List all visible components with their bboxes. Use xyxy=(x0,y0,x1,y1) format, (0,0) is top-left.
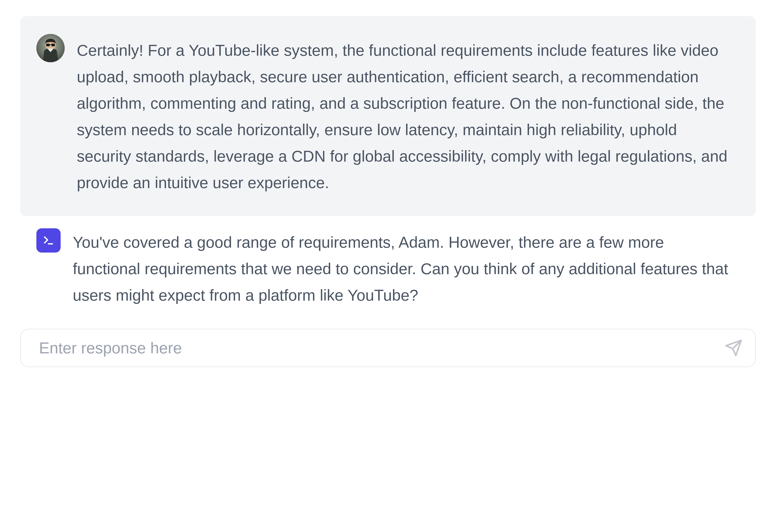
input-area xyxy=(20,329,756,367)
user-message: Certainly! For a YouTube-like system, th… xyxy=(20,16,756,216)
send-button[interactable] xyxy=(724,338,744,358)
send-icon xyxy=(725,339,743,357)
user-message-text: Certainly! For a YouTube-like system, th… xyxy=(77,36,736,196)
chat-container: Certainly! For a YouTube-like system, th… xyxy=(20,16,756,308)
bot-message-text: You've covered a good range of requireme… xyxy=(73,228,736,308)
response-input[interactable] xyxy=(20,329,756,367)
svg-rect-3 xyxy=(51,44,55,46)
svg-rect-2 xyxy=(46,44,50,46)
bot-avatar xyxy=(36,228,61,253)
svg-rect-4 xyxy=(50,44,51,45)
terminal-icon xyxy=(43,235,54,246)
user-avatar-icon xyxy=(36,34,65,62)
user-avatar xyxy=(36,34,65,62)
bot-message: You've covered a good range of requireme… xyxy=(20,228,756,308)
